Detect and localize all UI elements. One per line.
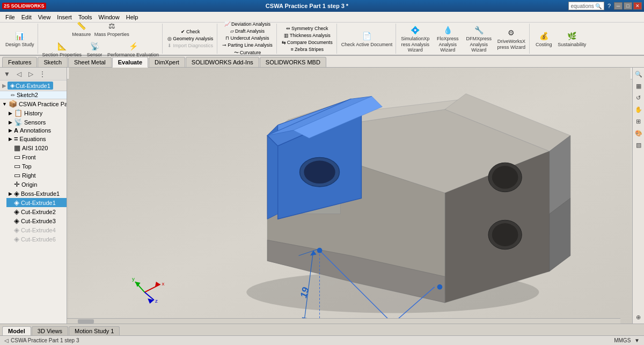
deviation-analysis-button[interactable]: 📈 Deviation Analysis [223, 21, 272, 27]
tree-item-right[interactable]: ▶ ▭ Right [6, 171, 67, 180]
rs-appearance-btn[interactable]: 🎨 [633, 128, 644, 138]
rs-section-btn[interactable]: ⊞ [633, 116, 644, 127]
tab-evaluate[interactable]: Evaluate [112, 57, 148, 68]
tree-item-sensors[interactable]: ▶ 📡 Sensors [6, 118, 67, 127]
design-study-button[interactable]: 📊 Design Study [4, 29, 35, 49]
tree-item-material[interactable]: ▶ ▦ AISI 1020 [6, 143, 67, 152]
sidebar-arrow-icon[interactable]: ▼ [2, 69, 12, 79]
import-diagnostics-button[interactable]: ⬇ Import Diagnostics [166, 42, 215, 49]
measure-button[interactable]: 📏 Measure [71, 19, 92, 39]
rs-triad-btn[interactable]: ⊕ [633, 312, 644, 322]
section-properties-button[interactable]: 📐 Section Properties [41, 39, 83, 59]
thickness-icon: ▥ [284, 33, 289, 38]
svg-point-23 [304, 160, 335, 183]
mass-properties-button[interactable]: ⚖ Mass Properties [93, 19, 130, 39]
tree-item-equations[interactable]: ▶ = Equations [6, 134, 67, 143]
performance-icon: ⚡ [127, 40, 139, 52]
rs-pan-btn[interactable]: ✋ [633, 104, 644, 115]
svg-point-16 [492, 223, 518, 246]
scroll-thumb [78, 319, 94, 324]
minimize-button[interactable]: ─ [614, 2, 623, 10]
sidebar-toolbar: ▼ ◁ ▷ ⋮ [0, 68, 67, 80]
check-label: Check [186, 29, 200, 34]
feature-icon: ◈ [10, 82, 14, 89]
flo-xpress-button[interactable]: 💧 FloXpress Analysis Wizard [433, 23, 462, 54]
crumb-cut-extrude1[interactable]: ◈ Cut-Extrude1 [8, 82, 53, 90]
simulation-label: SimulationXpress Analysis Wizard [400, 36, 430, 53]
units-arrow-icon: ▼ [634, 337, 640, 343]
tree-item-cut-extrude6[interactable]: ▶ ◈ Cut-Extrude6 [6, 234, 67, 244]
menu-edit[interactable]: Edit [18, 13, 35, 21]
part-icon: 📦 [9, 100, 17, 108]
title-right: equations 🔍 ? ─ □ ✕ [568, 2, 642, 10]
menu-view[interactable]: View [35, 13, 54, 21]
tree-item-cut-extrude3[interactable]: ▶ ◈ Cut-Extrude3 [6, 216, 67, 225]
sensors-icon: 📡 [14, 118, 23, 126]
zebra-stripes-button[interactable]: ≡ Zebra Stripes [289, 46, 325, 53]
tree-item-cut-extrude2[interactable]: ▶ ◈ Cut-Extrude2 [6, 207, 67, 216]
btab-motion-study[interactable]: Motion Study 1 [69, 326, 120, 335]
rs-zoom-btn[interactable]: 🔍 [633, 69, 644, 79]
close-button[interactable]: ✕ [633, 2, 642, 10]
title-bar: 2S SOLIDWORKS CSWA Practice Part 1 step … [0, 0, 644, 12]
toolbar-area: 📊 Design Study 📏 Measure ⚖ Mass Properti… [0, 23, 644, 56]
symmetry-check-button[interactable]: ⇔ Symmetry Check [284, 25, 330, 32]
tree-item-boss-extrude1[interactable]: ▶ ◈ Boss-Extrude1 [6, 189, 67, 198]
annotations-icon: A [14, 127, 18, 134]
tab-dimxpert[interactable]: DimXpert [149, 57, 185, 67]
driveworks-button[interactable]: ⚙ DriveWorksXpress Wizard [495, 26, 527, 52]
check-button[interactable]: ✔ Check [179, 28, 202, 35]
zebra-icon: ≡ [291, 47, 294, 52]
tab-features[interactable]: Features [2, 57, 37, 67]
status-arrow-icon: ◁ [4, 337, 9, 343]
tab-solidworks-addins[interactable]: SOLIDWORKS Add-Ins [186, 57, 259, 67]
check-active-doc-button[interactable]: 📄 Check Active Document [340, 29, 394, 49]
sustainability-button[interactable]: 🌿 Sustainability [557, 29, 587, 49]
maximize-button[interactable]: □ [624, 2, 632, 10]
btab-model[interactable]: Model [2, 326, 31, 335]
rs-view-btn[interactable]: ▦ [633, 80, 644, 91]
horizontal-scrollbar[interactable] [67, 318, 620, 324]
sidebar-more-icon[interactable]: ⋮ [38, 69, 47, 79]
sidebar-breadcrumb: ▶ ◈ Cut-Extrude1 [0, 80, 67, 91]
tree-item-front[interactable]: ▶ ▭ Front [6, 152, 67, 162]
cut-extrude4-icon: ◈ [14, 226, 19, 234]
right-sidebar: 🔍 ▦ ↺ ✋ ⊞ 🎨 ▧ ⊕ [632, 68, 644, 324]
sensor-button[interactable]: 📡 Sensor [84, 39, 105, 59]
simulation-xpress-button[interactable]: 💠 SimulationXpress Analysis Wizard [399, 23, 431, 54]
units-label: MMGS [614, 337, 631, 343]
btab-3d-views[interactable]: 3D Views [32, 326, 68, 335]
tree-item-cswa[interactable]: ▼ 📦 CSWA Practice Part [0, 99, 67, 108]
search-box[interactable]: equations 🔍 [568, 2, 604, 10]
tree-item-cut-extrude1[interactable]: ▶ ◈ Cut-Extrude1 [6, 198, 67, 207]
tree-item-origin[interactable]: ▶ ✛ Origin [6, 180, 67, 189]
draft-analysis-button[interactable]: ▱ Draft Analysis [229, 28, 266, 34]
help-icon[interactable]: ? [608, 3, 611, 9]
rs-rotate-btn[interactable]: ↺ [633, 92, 644, 103]
sidebar-back-icon[interactable]: ◁ [14, 69, 24, 79]
tree-item-cut-extrude4[interactable]: ▶ ◈ Cut-Extrude4 [6, 225, 67, 234]
section-icon: 📐 [56, 40, 68, 52]
sidebar-forward-icon[interactable]: ▷ [26, 69, 35, 79]
tab-solidworks-mbd[interactable]: SOLIDWORKS MBD [260, 57, 326, 67]
rs-display-btn[interactable]: ▧ [633, 140, 644, 150]
thickness-analysis-button[interactable]: ▥ Thickness Analysis [282, 32, 332, 39]
tab-sketch[interactable]: Sketch [38, 57, 68, 67]
tree-item-annotations[interactable]: ▶ A Annotations [6, 127, 67, 134]
parting-line-button[interactable]: ⊸ Parting Line Analysis [221, 42, 274, 48]
geometry-analysis-button[interactable]: ◎ Geometry Analysis [166, 35, 215, 42]
dfm-xpress-button[interactable]: 🔧 DFMXpress Analysis Wizard [464, 23, 493, 54]
tree-item-top[interactable]: ▶ ▭ Top [6, 162, 67, 171]
compare-documents-button[interactable]: ⇆ Compare Documents [280, 39, 334, 46]
equations-icon: = [14, 135, 18, 143]
top-plane-icon: ▭ [14, 162, 20, 170]
performance-evaluation-button[interactable]: ⚡ Performance Evaluation [106, 39, 160, 59]
tab-sheet-metal[interactable]: Sheet Metal [68, 57, 112, 67]
costing-button[interactable]: 💰 Costing [533, 29, 554, 49]
deviation-icon: 📈 [224, 21, 230, 27]
boss-extrude1-icon: ◈ [14, 189, 19, 197]
curvature-button[interactable]: 〜 Curvature [232, 49, 263, 57]
menu-file[interactable]: File [2, 13, 18, 21]
undercut-analysis-button[interactable]: ⊓ Undercut Analysis [224, 35, 270, 41]
tree-item-history[interactable]: ▶ 📋 History [6, 108, 67, 118]
